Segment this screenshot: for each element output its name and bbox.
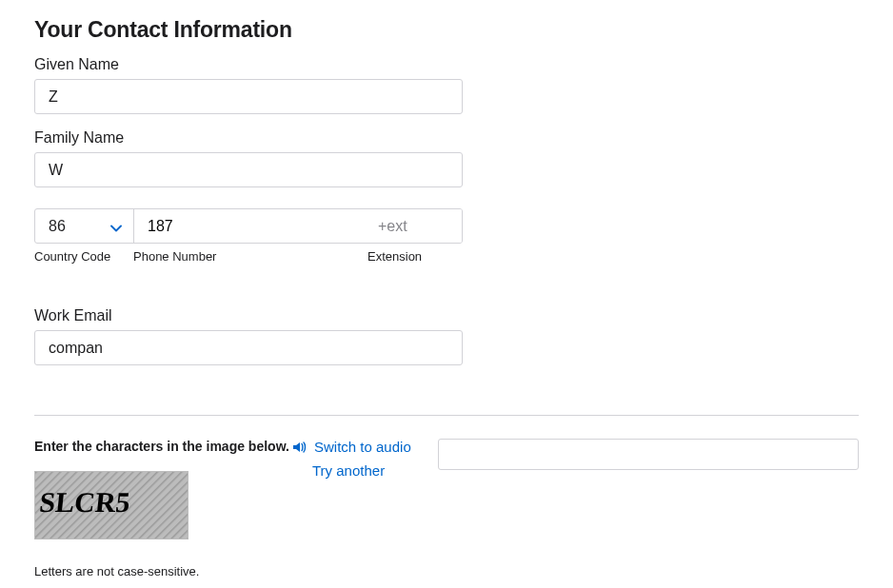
phone-number-input[interactable] [134,209,367,243]
try-another-label: Try another [312,462,385,479]
section-title: Your Contact Information [34,17,859,43]
work-email-label: Work Email [34,307,859,324]
family-name-input[interactable] [34,152,463,187]
given-name-input[interactable] [34,79,463,114]
work-email-input[interactable] [34,330,463,365]
captcha-prompt: Enter the characters in the image below. [34,439,291,454]
family-name-label: Family Name [34,129,859,147]
family-name-field: Family Name [34,129,859,187]
captcha-text: SLCR5 [38,486,132,519]
given-name-label: Given Name [34,56,859,73]
switch-to-audio-label: Switch to audio [314,439,411,455]
captcha-input[interactable] [438,439,859,470]
captcha-image: SLCR5 [34,471,189,539]
switch-to-audio-link[interactable]: Switch to audio [291,439,438,455]
captcha-section: Enter the characters in the image below.… [34,416,859,588]
captcha-note: Letters are not case-sensitive. [34,564,291,578]
country-code-label: Country Code [34,249,133,264]
country-code-value: 86 [49,218,66,235]
country-code-select[interactable]: 86 [35,209,134,243]
audio-icon [291,440,307,455]
extension-input[interactable] [367,209,462,243]
phone-number-label: Phone Number [133,249,367,264]
given-name-field: Given Name [34,56,859,114]
chevron-down-icon [110,221,122,232]
phone-field: 86 Country Code Phone Number Extension [34,208,859,264]
extension-label: Extension [367,249,463,264]
try-another-link[interactable]: Try another [291,462,438,479]
work-email-field: Work Email [34,307,859,365]
